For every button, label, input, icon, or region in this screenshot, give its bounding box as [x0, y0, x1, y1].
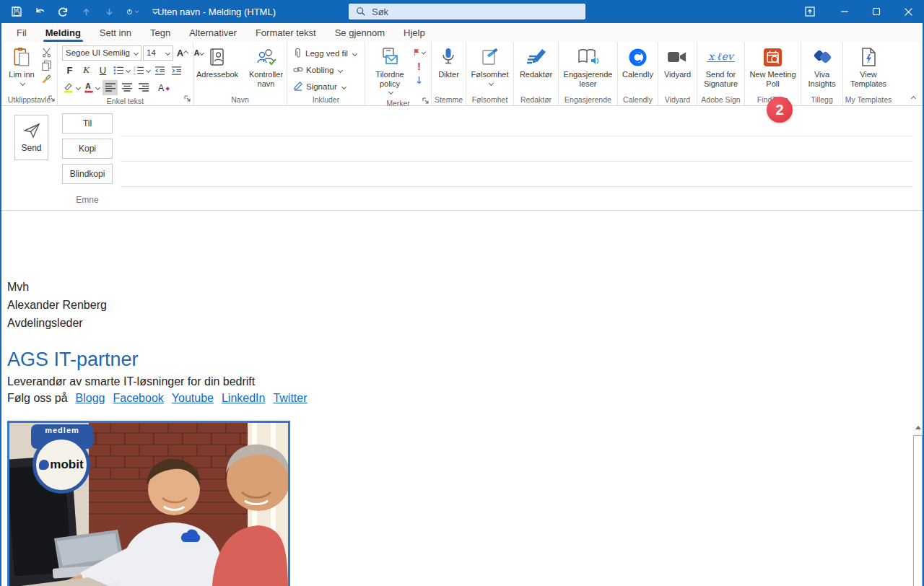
link-linkedin[interactable]: LinkedIn: [222, 392, 266, 404]
tags-dialog-launcher-icon[interactable]: [422, 97, 429, 105]
group-my-templates: View Templates My Templates: [843, 42, 894, 105]
group-label-basic-text: Enkel tekst: [107, 97, 144, 105]
scroll-up-icon[interactable]: [912, 421, 924, 433]
subject-input[interactable]: [121, 190, 912, 209]
underline-button[interactable]: U: [95, 63, 110, 78]
font-color-button[interactable]: A: [82, 80, 101, 95]
to-input[interactable]: [121, 136, 912, 136]
highlight-color-button[interactable]: [62, 80, 81, 95]
immersive-reader-icon: [578, 46, 599, 68]
clipboard-icon: [12, 46, 31, 68]
low-importance-icon[interactable]: ↓: [413, 74, 425, 86]
link-twitter[interactable]: Twitter: [273, 392, 307, 404]
bullet-list-button[interactable]: [112, 63, 131, 78]
link-facebook[interactable]: Facebook: [113, 392, 164, 404]
tab-options[interactable]: Alternativer: [180, 23, 246, 42]
tab-help[interactable]: Hjelp: [394, 23, 435, 42]
dictate-button[interactable]: Dikter: [435, 45, 462, 81]
tab-draw[interactable]: Tegn: [141, 23, 180, 42]
copy-icon[interactable]: [40, 59, 53, 71]
save-icon[interactable]: [10, 5, 23, 18]
maximize-button[interactable]: [860, 0, 892, 23]
move-down-icon[interactable]: [103, 5, 116, 18]
align-right-button[interactable]: [136, 80, 151, 95]
collapse-ribbon-icon[interactable]: [910, 89, 915, 102]
view-templates-button[interactable]: View Templates: [845, 45, 892, 89]
tab-file[interactable]: Fil: [7, 23, 36, 42]
ribbon: Lim inn Utklippstavle Segoe UI Semilig 1…: [1, 42, 923, 106]
window-title: Uten navn - Melding (HTML): [157, 0, 276, 23]
link-youtube[interactable]: Youtube: [172, 392, 214, 404]
send-for-signature-button[interactable]: x ℓev Send for Signature: [699, 45, 744, 89]
tab-review[interactable]: Se gjennom: [326, 23, 394, 42]
sensitivity-button[interactable]: Følsomhet: [468, 45, 512, 89]
signature-photo[interactable]: medlem mobit: [7, 421, 290, 586]
group-label-addins: Tillegg: [811, 95, 833, 104]
undo-icon[interactable]: [33, 5, 46, 18]
group-voice: Dikter Stemme: [432, 42, 466, 105]
tab-message[interactable]: Melding: [36, 23, 90, 42]
font-name-select[interactable]: Segoe UI Semilig: [62, 45, 141, 61]
clear-formatting-button[interactable]: A: [157, 80, 172, 95]
attach-file-button[interactable]: Legg ved fil: [293, 46, 357, 61]
move-up-icon[interactable]: [79, 5, 92, 18]
clipboard-dialog-launcher-icon[interactable]: [48, 95, 55, 103]
numbered-list-button[interactable]: 123: [132, 63, 151, 78]
align-center-button[interactable]: [119, 80, 134, 95]
link-button[interactable]: Kobling: [293, 63, 342, 77]
calendly-button[interactable]: Calendly: [619, 45, 656, 81]
adobe-sign-icon: x ℓev: [707, 46, 734, 68]
tab-format-text[interactable]: Formater tekst: [246, 23, 326, 42]
cc-input[interactable]: [121, 161, 912, 162]
group-tags: Tilordne policy ! ↓ Merker: [365, 42, 432, 105]
ribbon-display-options-icon[interactable]: [796, 0, 824, 23]
viva-insights-button[interactable]: Viva Insights: [801, 45, 842, 89]
group-adobe-sign: x ℓev Send for Signature Adobe Sign: [697, 42, 745, 105]
bold-button[interactable]: F: [62, 63, 77, 78]
immersive-reader-button[interactable]: Engasjerende leser: [560, 45, 616, 89]
svg-text:A: A: [85, 82, 91, 90]
message-body[interactable]: Mvh Alexander Renberg Avdelingsleder AGS…: [1, 211, 911, 586]
search-placeholder: Søk: [372, 6, 388, 17]
follow-up-flag-icon[interactable]: [413, 46, 425, 58]
increase-indent-button[interactable]: [169, 63, 184, 78]
send-plane-icon: [23, 123, 40, 139]
send-button[interactable]: Send: [14, 115, 48, 160]
new-meeting-poll-button[interactable]: New Meeting Poll: [746, 45, 800, 89]
check-names-button[interactable]: Kontroller navn: [245, 45, 287, 89]
search-input[interactable]: Søk: [349, 4, 585, 19]
assign-policy-button[interactable]: Tilordne policy: [371, 45, 409, 99]
scrollbar-thumb[interactable]: [913, 435, 923, 586]
paste-button[interactable]: Lim inn: [6, 45, 37, 89]
cc-button[interactable]: Kopi: [62, 139, 113, 159]
vertical-scrollbar[interactable]: [912, 421, 924, 586]
redo-icon[interactable]: [56, 5, 69, 18]
group-addins: Viva Insights Tillegg: [801, 42, 843, 105]
editor-button[interactable]: Redaktør: [517, 45, 555, 81]
basic-text-dialog-launcher-icon[interactable]: [184, 95, 191, 103]
close-button[interactable]: [892, 0, 924, 23]
font-size-select[interactable]: 14: [143, 45, 173, 61]
bcc-input[interactable]: [121, 186, 912, 187]
high-importance-icon[interactable]: !: [413, 60, 425, 72]
address-book-button[interactable]: Adressebok: [193, 45, 241, 81]
align-left-button[interactable]: [103, 80, 118, 95]
touch-mode-icon[interactable]: [126, 5, 139, 18]
group-editor: Redaktør Redaktør: [514, 42, 559, 105]
link-blog[interactable]: Blogg: [76, 392, 105, 404]
decrease-indent-button[interactable]: [152, 63, 167, 78]
italic-button[interactable]: K: [79, 63, 94, 78]
signature-button[interactable]: Signatur: [293, 79, 346, 94]
group-label-calendly: Calendly: [623, 95, 653, 104]
group-sensitivity: Følsomhet Følsomhet: [466, 42, 514, 105]
format-painter-icon[interactable]: [40, 72, 53, 84]
quick-access-toolbar: [10, 0, 162, 23]
tab-insert[interactable]: Sett inn: [90, 23, 141, 42]
cut-icon[interactable]: [40, 46, 53, 58]
microphone-icon: [441, 46, 456, 68]
to-button[interactable]: Til: [62, 113, 113, 134]
bcc-button[interactable]: Blindkopi: [62, 164, 113, 184]
vidyard-button[interactable]: Vidyard: [661, 45, 694, 81]
grow-font-button[interactable]: A: [175, 45, 190, 61]
minimize-button[interactable]: [829, 0, 860, 23]
